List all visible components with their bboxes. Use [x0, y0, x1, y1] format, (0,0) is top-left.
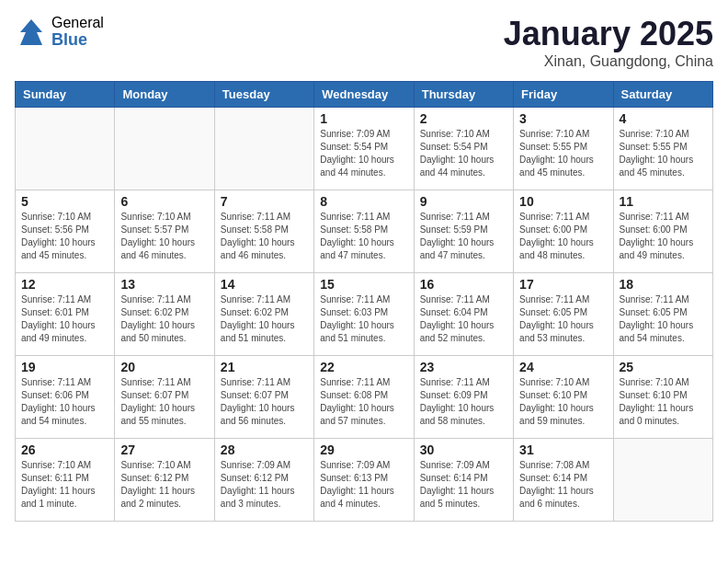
page-header: General Blue January 2025 Xinan, Guangdo… [15, 15, 713, 70]
calendar-cell: 7Sunrise: 7:11 AM Sunset: 5:58 PM Daylig… [214, 190, 313, 273]
calendar-cell: 28Sunrise: 7:09 AM Sunset: 6:12 PM Dayli… [214, 439, 313, 522]
calendar-cell: 27Sunrise: 7:10 AM Sunset: 6:12 PM Dayli… [115, 439, 214, 522]
day-number: 26 [21, 442, 108, 457]
day-number: 17 [519, 277, 607, 292]
calendar-cell [115, 108, 214, 190]
calendar-cell [613, 439, 712, 522]
day-info: Sunrise: 7:10 AM Sunset: 5:55 PM Dayligh… [519, 128, 607, 179]
day-info: Sunrise: 7:11 AM Sunset: 6:01 PM Dayligh… [21, 293, 108, 345]
logo-text: General Blue [51, 15, 104, 49]
calendar-cell: 8Sunrise: 7:11 AM Sunset: 5:58 PM Daylig… [314, 190, 414, 273]
day-info: Sunrise: 7:11 AM Sunset: 6:02 PM Dayligh… [221, 293, 308, 345]
day-info: Sunrise: 7:11 AM Sunset: 6:03 PM Dayligh… [320, 293, 407, 345]
day-number: 14 [221, 277, 308, 292]
calendar-cell: 6Sunrise: 7:10 AM Sunset: 5:57 PM Daylig… [115, 190, 214, 273]
logo-icon [15, 16, 48, 49]
day-number: 15 [320, 277, 407, 292]
calendar-week-row: 1Sunrise: 7:09 AM Sunset: 5:54 PM Daylig… [16, 108, 713, 190]
day-number: 1 [320, 111, 407, 126]
calendar-cell: 30Sunrise: 7:09 AM Sunset: 6:14 PM Dayli… [414, 439, 513, 522]
day-number: 6 [120, 194, 208, 209]
calendar-cell: 10Sunrise: 7:11 AM Sunset: 6:00 PM Dayli… [514, 190, 613, 273]
day-number: 28 [221, 442, 308, 457]
calendar-location: Xinan, Guangdong, China [504, 53, 713, 70]
calendar-cell: 18Sunrise: 7:11 AM Sunset: 6:05 PM Dayli… [613, 273, 712, 356]
day-number: 30 [420, 442, 507, 457]
day-info: Sunrise: 7:11 AM Sunset: 5:58 PM Dayligh… [320, 211, 407, 262]
day-info: Sunrise: 7:11 AM Sunset: 6:02 PM Dayligh… [120, 293, 208, 345]
column-header-friday: Friday [514, 82, 613, 108]
day-number: 13 [120, 277, 208, 292]
calendar-cell: 13Sunrise: 7:11 AM Sunset: 6:02 PM Dayli… [115, 273, 214, 356]
day-info: Sunrise: 7:10 AM Sunset: 6:12 PM Dayligh… [120, 459, 208, 511]
day-info: Sunrise: 7:11 AM Sunset: 6:09 PM Dayligh… [420, 376, 507, 428]
calendar-cell: 20Sunrise: 7:11 AM Sunset: 6:07 PM Dayli… [115, 356, 214, 439]
day-info: Sunrise: 7:11 AM Sunset: 6:07 PM Dayligh… [221, 376, 308, 428]
day-number: 12 [21, 277, 108, 292]
logo-general: General [51, 15, 104, 31]
calendar-cell: 23Sunrise: 7:11 AM Sunset: 6:09 PM Dayli… [414, 356, 513, 439]
calendar-cell: 15Sunrise: 7:11 AM Sunset: 6:03 PM Dayli… [314, 273, 414, 356]
day-info: Sunrise: 7:10 AM Sunset: 5:54 PM Dayligh… [420, 128, 507, 179]
day-info: Sunrise: 7:11 AM Sunset: 6:00 PM Dayligh… [620, 211, 707, 262]
calendar-cell: 16Sunrise: 7:11 AM Sunset: 6:04 PM Dayli… [414, 273, 513, 356]
calendar-week-row: 26Sunrise: 7:10 AM Sunset: 6:11 PM Dayli… [16, 439, 713, 522]
day-info: Sunrise: 7:08 AM Sunset: 6:14 PM Dayligh… [519, 459, 607, 511]
day-number: 4 [620, 111, 707, 126]
logo: General Blue [15, 15, 104, 49]
day-number: 16 [420, 277, 507, 292]
day-info: Sunrise: 7:11 AM Sunset: 6:08 PM Dayligh… [320, 376, 407, 428]
calendar-cell: 1Sunrise: 7:09 AM Sunset: 5:54 PM Daylig… [314, 108, 414, 190]
calendar-cell: 26Sunrise: 7:10 AM Sunset: 6:11 PM Dayli… [16, 439, 115, 522]
calendar-cell: 19Sunrise: 7:11 AM Sunset: 6:06 PM Dayli… [16, 356, 115, 439]
day-number: 10 [519, 194, 607, 209]
day-number: 11 [620, 194, 707, 209]
day-number: 19 [21, 360, 108, 374]
calendar-cell: 21Sunrise: 7:11 AM Sunset: 6:07 PM Dayli… [214, 356, 313, 439]
calendar-cell: 29Sunrise: 7:09 AM Sunset: 6:13 PM Dayli… [314, 439, 414, 522]
calendar-cell: 24Sunrise: 7:10 AM Sunset: 6:10 PM Dayli… [514, 356, 613, 439]
title-area: January 2025 Xinan, Guangdong, China [504, 15, 713, 70]
calendar-cell: 17Sunrise: 7:11 AM Sunset: 6:05 PM Dayli… [514, 273, 613, 356]
calendar-cell: 4Sunrise: 7:10 AM Sunset: 5:55 PM Daylig… [613, 108, 712, 190]
day-number: 7 [221, 194, 308, 209]
day-info: Sunrise: 7:10 AM Sunset: 6:10 PM Dayligh… [620, 376, 707, 428]
day-info: Sunrise: 7:10 AM Sunset: 5:56 PM Dayligh… [21, 211, 108, 262]
column-header-sunday: Sunday [16, 82, 115, 108]
column-header-monday: Monday [115, 82, 214, 108]
day-info: Sunrise: 7:09 AM Sunset: 5:54 PM Dayligh… [320, 128, 407, 179]
day-number: 9 [420, 194, 507, 209]
day-info: Sunrise: 7:11 AM Sunset: 6:00 PM Dayligh… [519, 211, 607, 262]
calendar-cell: 3Sunrise: 7:10 AM Sunset: 5:55 PM Daylig… [514, 108, 613, 190]
day-number: 31 [519, 442, 607, 457]
logo-blue-text: Blue [51, 31, 104, 50]
calendar-cell: 12Sunrise: 7:11 AM Sunset: 6:01 PM Dayli… [16, 273, 115, 356]
day-info: Sunrise: 7:11 AM Sunset: 6:04 PM Dayligh… [420, 293, 507, 345]
column-header-wednesday: Wednesday [314, 82, 414, 108]
calendar-week-row: 5Sunrise: 7:10 AM Sunset: 5:56 PM Daylig… [16, 190, 713, 273]
day-info: Sunrise: 7:11 AM Sunset: 5:59 PM Dayligh… [420, 211, 507, 262]
day-number: 18 [620, 277, 707, 292]
calendar-cell: 2Sunrise: 7:10 AM Sunset: 5:54 PM Daylig… [414, 108, 513, 190]
calendar-cell [16, 108, 115, 190]
day-number: 23 [420, 360, 507, 374]
column-header-thursday: Thursday [414, 82, 513, 108]
column-header-saturday: Saturday [613, 82, 712, 108]
calendar-table: SundayMondayTuesdayWednesdayThursdayFrid… [15, 81, 713, 522]
day-number: 2 [420, 111, 507, 126]
day-number: 29 [320, 442, 407, 457]
day-number: 27 [120, 442, 208, 457]
column-header-tuesday: Tuesday [214, 82, 313, 108]
day-number: 24 [519, 360, 607, 374]
day-number: 8 [320, 194, 407, 209]
day-info: Sunrise: 7:11 AM Sunset: 6:07 PM Dayligh… [120, 376, 208, 428]
day-info: Sunrise: 7:10 AM Sunset: 6:10 PM Dayligh… [519, 376, 607, 428]
day-number: 25 [620, 360, 707, 374]
day-number: 3 [519, 111, 607, 126]
calendar-week-row: 12Sunrise: 7:11 AM Sunset: 6:01 PM Dayli… [16, 273, 713, 356]
day-number: 5 [21, 194, 108, 209]
day-info: Sunrise: 7:09 AM Sunset: 6:13 PM Dayligh… [320, 459, 407, 511]
calendar-cell: 25Sunrise: 7:10 AM Sunset: 6:10 PM Dayli… [613, 356, 712, 439]
calendar-cell: 31Sunrise: 7:08 AM Sunset: 6:14 PM Dayli… [514, 439, 613, 522]
calendar-cell: 14Sunrise: 7:11 AM Sunset: 6:02 PM Dayli… [214, 273, 313, 356]
